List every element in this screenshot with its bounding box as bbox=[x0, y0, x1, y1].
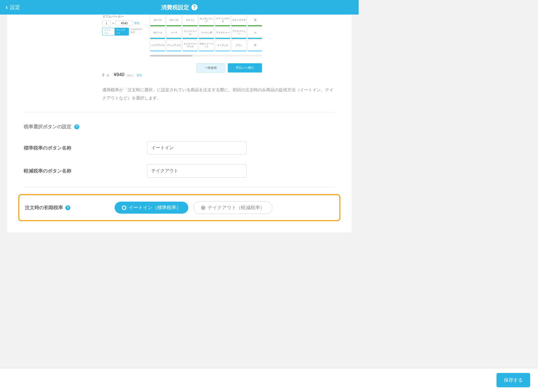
preview-product-name: ダブルバーガー bbox=[102, 15, 144, 19]
menu-tile: ポテトL bbox=[182, 15, 198, 26]
menu-tile: ウーロン茶 bbox=[199, 27, 214, 39]
preview-total-count: 2 bbox=[102, 73, 104, 77]
tax-button-section-title: 税率選択ボタンの設定 ? bbox=[24, 123, 335, 130]
menu-tile: 生ビール bbox=[150, 27, 165, 39]
radio-takeout-label: テイクアウト（軽減税率） bbox=[208, 204, 265, 211]
radio-eat-in[interactable]: イートイン（標準税率） bbox=[115, 202, 188, 214]
section-divider bbox=[24, 112, 335, 112]
chip-takeout: テイクアウト bbox=[115, 28, 128, 35]
main-card: ダブルバーガー 1 × ¥540 割引 イートイン テイクアウト 軽減税率8%適… bbox=[7, 15, 352, 232]
menu-tile: バニラアイス bbox=[150, 40, 165, 52]
chip-note: 軽減税率8%適用 bbox=[131, 28, 144, 34]
proceed-pay-button: 支払いへ進む bbox=[228, 63, 262, 73]
chevron-left-icon: ‹ bbox=[6, 4, 8, 11]
preview-description: 適用税率が「注文時に選択」に設定されている商品を注文する際に、初回の注文時のみ商… bbox=[102, 86, 335, 102]
radio-dot-icon bbox=[122, 206, 126, 210]
menu-tile: カ bbox=[247, 27, 262, 39]
preview-qty-sep: × bbox=[112, 22, 114, 25]
standard-rate-row: 標準税率のボタン名称 bbox=[24, 141, 335, 155]
chip-eat-in: イートイン bbox=[103, 28, 115, 35]
initial-rate-label: 注文時の初期税率 bbox=[25, 204, 63, 211]
back-button[interactable]: ‹ 設定 bbox=[0, 4, 20, 11]
preview-tax-in: (税込) bbox=[127, 74, 133, 77]
reduced-rate-row: 軽減税率のボタン名称 bbox=[24, 164, 335, 178]
preview-qty-row: 1 × ¥540 割引 bbox=[102, 20, 144, 26]
help-icon[interactable]: ? bbox=[65, 205, 70, 210]
reduced-rate-label: 軽減税率のボタン名称 bbox=[24, 168, 147, 174]
section-title-text: 税率選択ボタンの設定 bbox=[24, 123, 71, 130]
menu-tile: ポテトS bbox=[150, 15, 165, 26]
menu-tile: プリン bbox=[231, 40, 247, 52]
menu-tile: 海 bbox=[247, 15, 262, 26]
menu-tile: グリーンサラダ bbox=[215, 15, 230, 26]
radio-dot-icon bbox=[201, 206, 205, 210]
reduced-rate-input[interactable] bbox=[147, 164, 247, 178]
page-title: 消費税設定 bbox=[161, 4, 189, 11]
menu-grid: ポテトS ポテトM ポテトL オニオンリング グリーンサラダ ポテトサラダ 海 … bbox=[150, 15, 262, 52]
initial-tax-rate-highlight: 注文時の初期税率 ? イートイン（標準税率） テイクアウト（軽減税率） bbox=[18, 194, 340, 221]
radio-takeout[interactable]: テイクアウト（軽減税率） bbox=[193, 201, 272, 214]
back-label: 設定 bbox=[10, 4, 20, 11]
menu-tile: アイスティー bbox=[215, 27, 230, 39]
menu-tile: コーラ bbox=[166, 27, 182, 39]
menu-tile: オニオンリング bbox=[199, 15, 214, 26]
menu-tile: 和 bbox=[247, 40, 262, 52]
menu-tile: ティラミス bbox=[215, 40, 230, 52]
radio-eat-in-label: イートイン（標準税率） bbox=[129, 204, 181, 211]
preview-total-price: ¥940 bbox=[114, 72, 124, 78]
preview-discount2: 割引 bbox=[137, 73, 142, 77]
preview-total-count-unit: 点 bbox=[106, 73, 109, 77]
preview-chip-row: イートイン テイクアウト 軽減税率8%適用 bbox=[102, 26, 144, 36]
help-icon[interactable]: ? bbox=[191, 4, 198, 10]
menu-tile: ストロベリーアイス bbox=[182, 40, 198, 52]
help-icon[interactable]: ? bbox=[74, 124, 79, 129]
preview-qty: 1 bbox=[102, 20, 111, 26]
menu-tile: ジンジャエール bbox=[182, 27, 198, 39]
preview-menu-grid: ポテトS ポテトM ポテトL オニオンリング グリーンサラダ ポテトサラダ 海 … bbox=[150, 15, 262, 73]
section-divider bbox=[24, 187, 335, 187]
menu-tile: アイスコーヒー bbox=[231, 27, 247, 39]
standard-rate-input[interactable] bbox=[147, 141, 247, 155]
page-title-wrap: 消費税設定 ? bbox=[161, 4, 198, 11]
app-header: ‹ 設定 消費税設定 ? bbox=[0, 0, 359, 15]
temp-save-button: 一時保存 bbox=[196, 63, 225, 73]
preview-discount: 割引 bbox=[134, 21, 140, 25]
preview-mock: ダブルバーガー 1 × ¥540 割引 イートイン テイクアウト 軽減税率8%適… bbox=[24, 15, 335, 78]
preview-cart: ダブルバーガー 1 × ¥540 割引 イートイン テイクアウト 軽減税率8%適… bbox=[102, 15, 144, 78]
menu-tile: チョコアイス bbox=[166, 40, 182, 52]
menu-scrollbar bbox=[150, 55, 262, 57]
preview-total-row: 2 点 ¥940 (税込) 割引 bbox=[102, 72, 144, 78]
initial-rate-label-wrap: 注文時の初期税率 ? bbox=[25, 204, 115, 211]
preview-action-row: 一時保存 支払いへ進む bbox=[150, 63, 262, 73]
menu-tile: ゆずシャーベット bbox=[199, 40, 214, 52]
preview-price: ¥540 bbox=[116, 20, 133, 26]
menu-tile: ポテトサラダ bbox=[231, 15, 247, 26]
menu-tile: ポテトM bbox=[166, 15, 182, 26]
standard-rate-label: 標準税率のボタン名称 bbox=[24, 145, 147, 151]
